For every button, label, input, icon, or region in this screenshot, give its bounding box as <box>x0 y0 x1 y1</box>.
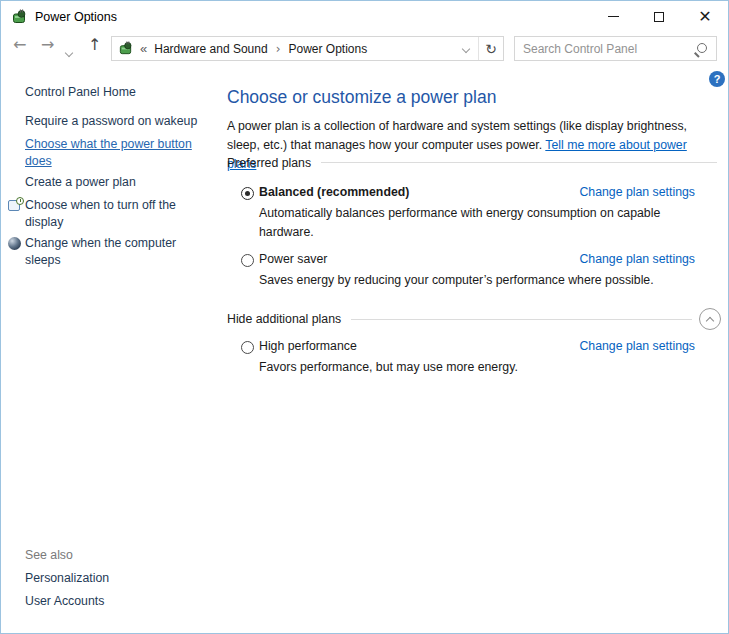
close-button[interactable]: ✕ <box>682 1 728 32</box>
close-icon: ✕ <box>698 9 711 25</box>
sidebar-link-personalization[interactable]: Personalization <box>25 571 109 585</box>
power-options-icon <box>10 9 28 25</box>
minimize-icon <box>608 16 619 17</box>
plan-description-high-performance: Favors performance, but may use more ene… <box>259 358 729 377</box>
navigation-toolbar: ← → ↑ « Hardware and Sound › Power Optio… <box>1 32 728 65</box>
group-label: Preferred plans <box>227 156 311 170</box>
refresh-icon[interactable]: ↻ <box>478 37 503 60</box>
address-dropdown-chevron-icon[interactable] <box>454 37 478 60</box>
sidebar-item-control-panel-home[interactable]: Control Panel Home <box>25 85 136 99</box>
breadcrumb-overflow-chevrons[interactable]: « <box>140 41 147 56</box>
back-arrow-icon[interactable]: ← <box>13 35 26 54</box>
caption-buttons: ✕ <box>590 1 728 32</box>
display-clock-icon <box>8 198 23 213</box>
change-plan-settings-link-balanced[interactable]: Change plan settings <box>579 185 695 199</box>
plan-name-high-performance[interactable]: High performance <box>259 339 357 353</box>
sidebar-task-power-button[interactable]: Choose what the power button does <box>25 136 210 169</box>
sidebar-task-turn-off-display[interactable]: Choose when to turn off the display <box>25 197 210 230</box>
radio-high-performance[interactable] <box>241 341 254 354</box>
radio-balanced[interactable] <box>241 187 254 200</box>
power-options-icon <box>117 41 134 57</box>
recent-pages-chevron-icon[interactable] <box>66 42 72 60</box>
plan-description-power-saver: Saves energy by reducing your computer’s… <box>259 271 729 290</box>
maximize-button[interactable] <box>636 1 682 32</box>
group-divider-line <box>351 319 692 320</box>
forward-arrow-icon[interactable]: → <box>41 35 54 54</box>
see-also-header: See also <box>25 548 73 562</box>
search-box <box>514 36 717 61</box>
sidebar-task-create-power-plan[interactable]: Create a power plan <box>25 174 210 191</box>
radio-power-saver[interactable] <box>241 254 254 267</box>
window-title: Power Options <box>35 10 117 24</box>
collapse-plans-button[interactable] <box>699 308 721 330</box>
breadcrumb-item-hardware-and-sound[interactable]: Hardware and Sound <box>154 42 267 56</box>
minimize-button[interactable] <box>590 1 636 32</box>
address-bar[interactable]: « Hardware and Sound › Power Options ↻ <box>111 36 504 61</box>
sidebar-link-user-accounts[interactable]: User Accounts <box>25 594 104 608</box>
change-plan-settings-link-power-saver[interactable]: Change plan settings <box>579 252 695 266</box>
search-input[interactable] <box>515 42 692 56</box>
search-icon[interactable] <box>692 40 710 58</box>
breadcrumb-separator-icon[interactable]: › <box>276 42 281 56</box>
change-plan-settings-link-high-performance[interactable]: Change plan settings <box>579 339 695 353</box>
sidebar-task-require-password[interactable]: Require a password on wakeup <box>25 113 210 130</box>
group-label: Hide additional plans <box>227 312 341 326</box>
plan-name-balanced[interactable]: Balanced (recommended) <box>259 185 409 199</box>
content-area: Control Panel Home Require a password on… <box>1 65 728 633</box>
page-title: Choose or customize a power plan <box>227 87 496 108</box>
group-header-hide-additional-plans: Hide additional plans <box>227 308 721 330</box>
power-options-window: Power Options ✕ ← → ↑ <box>0 0 729 634</box>
sleep-moon-icon <box>8 237 21 250</box>
up-arrow-icon[interactable]: ↑ <box>88 35 101 54</box>
chevron-up-icon <box>705 316 713 324</box>
plan-name-power-saver[interactable]: Power saver <box>259 252 327 266</box>
group-header-preferred-plans: Preferred plans <box>227 154 717 171</box>
help-button[interactable]: ? <box>709 71 725 87</box>
sidebar-task-computer-sleeps[interactable]: Change when the computer sleeps <box>25 235 210 268</box>
breadcrumb-item-power-options[interactable]: Power Options <box>288 42 367 56</box>
maximize-icon <box>654 12 664 22</box>
group-divider-line <box>321 162 717 163</box>
titlebar[interactable]: Power Options ✕ <box>1 1 728 32</box>
plan-description-balanced: Automatically balances performance with … <box>259 204 679 242</box>
